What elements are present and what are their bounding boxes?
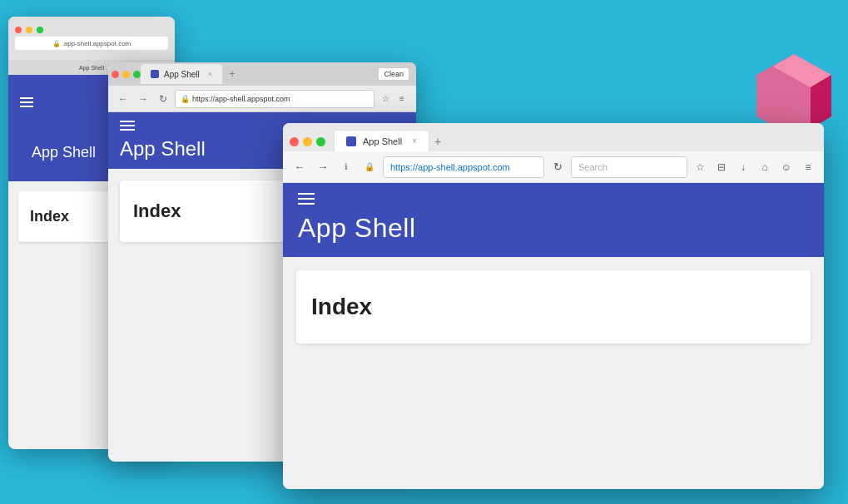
refresh-button-3[interactable]: ↻ — [548, 157, 568, 177]
star-icon-2[interactable]: ☆ — [378, 91, 393, 106]
maximize-button-3[interactable] — [316, 137, 325, 146]
active-tab-3[interactable]: App Shell × — [334, 130, 429, 151]
lock-toolbar-3: 🔒 — [360, 157, 379, 177]
lock-icon-1: 🔒 — [52, 40, 61, 47]
toolbar-actions-2: ☆ ≡ — [378, 91, 409, 106]
info-icon-3[interactable]: ℹ — [336, 157, 356, 177]
tab-label-3: App Shell — [363, 136, 402, 146]
toolbar-3: ← → ℹ 🔒 https://app-shell.appspot.com ↻ … — [283, 151, 824, 183]
close-button-1[interactable] — [15, 27, 22, 33]
clean-button[interactable]: Clean — [378, 67, 409, 81]
tab-label-2: App Shell — [164, 70, 200, 79]
hamburger-icon-3[interactable] — [298, 193, 809, 205]
menu-icon-2[interactable]: ≡ — [394, 91, 409, 106]
card-title-1: Index — [30, 208, 69, 225]
sync-icon-3[interactable]: ☺ — [777, 158, 796, 176]
url-bar-1[interactable]: 🔒 app-shell.appspot.com — [15, 37, 168, 50]
content-card-3: Index — [296, 270, 811, 343]
card-title-2: Index — [133, 200, 181, 221]
tab-close-3[interactable]: × — [412, 136, 417, 146]
window-chrome-1: 🔒 app-shell.appspot.com — [8, 17, 175, 60]
window-controls-3 — [290, 137, 325, 146]
library-icon-3[interactable]: ⊟ — [712, 158, 731, 176]
home-icon-3[interactable]: ⌂ — [756, 158, 774, 176]
maximize-button-1[interactable] — [37, 27, 43, 33]
tab-bar-3: App Shell × + — [283, 123, 824, 151]
forward-button-2[interactable]: → — [135, 91, 151, 107]
url-text-1: app-shell.appspot.com — [64, 40, 131, 47]
window-controls-1 — [15, 27, 168, 33]
browser-window-firefox: App Shell × + ← → ℹ 🔒 https://app-shell.… — [283, 123, 824, 489]
maximize-button-2[interactable] — [133, 71, 141, 78]
toolbar-2: ← → ↻ 🔒 https://app-shell.appspot.com ☆ … — [108, 86, 416, 112]
tab-favicon-3 — [346, 136, 356, 146]
active-tab-2[interactable]: App Shell × — [141, 64, 222, 84]
url-bar-3[interactable]: https://app-shell.appspot.com — [383, 156, 544, 178]
page-content-3: App Shell Index — [283, 183, 824, 489]
minimize-button-2[interactable] — [122, 71, 130, 78]
minimize-button-3[interactable] — [303, 137, 312, 146]
menu-icon-3[interactable]: ≡ — [799, 158, 817, 176]
new-tab-button-3[interactable]: + — [434, 135, 441, 148]
app-header-3: App Shell — [283, 183, 824, 257]
lock-icon-2: 🔒 — [181, 95, 190, 103]
card-title-3: Index — [311, 294, 372, 319]
tab-label-1[interactable]: App Shell — [79, 65, 104, 71]
search-placeholder-3: Search — [578, 162, 607, 172]
close-button-3[interactable] — [290, 137, 299, 146]
download-icon-3[interactable]: ↓ — [734, 158, 752, 176]
tab-close-2[interactable]: × — [208, 70, 212, 78]
tab-bar-2: App Shell × + Clean — [108, 62, 416, 86]
tab-favicon-2 — [151, 70, 159, 78]
url-text-2: https://app-shell.appspot.com — [192, 95, 290, 103]
url-text-3: https://app-shell.appspot.com — [390, 162, 510, 172]
search-bar-3[interactable]: Search — [571, 156, 687, 178]
toolbar-right-3: ☆ ⊟ ↓ ⌂ ☺ ≡ — [691, 158, 817, 176]
forward-button-3[interactable]: → — [313, 157, 333, 177]
hamburger-icon-1[interactable] — [20, 97, 33, 107]
close-button-2[interactable] — [112, 71, 119, 78]
back-button-2[interactable]: ← — [115, 91, 131, 107]
app-title-3: App Shell — [298, 213, 809, 244]
refresh-button-2[interactable]: ↻ — [155, 91, 171, 107]
window-controls-2 — [112, 71, 141, 78]
back-button-3[interactable]: ← — [290, 157, 310, 177]
new-tab-button-2[interactable]: + — [226, 67, 239, 81]
bookmark-icon-3[interactable]: ☆ — [691, 158, 709, 176]
minimize-button-1[interactable] — [26, 27, 32, 33]
url-bar-2[interactable]: 🔒 https://app-shell.appspot.com — [175, 90, 374, 108]
